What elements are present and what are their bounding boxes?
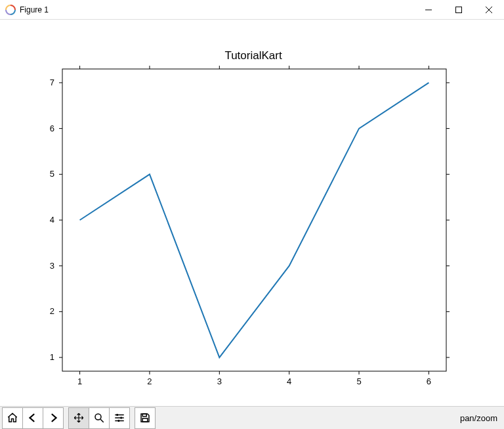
forward-button[interactable] (43, 407, 64, 429)
svg-text:2: 2 (50, 306, 54, 316)
x-ticks: 123456 (77, 66, 431, 386)
back-button[interactable] (22, 407, 43, 429)
minimize-button[interactable] (413, 0, 444, 20)
svg-text:4: 4 (50, 215, 54, 225)
zoom-button[interactable] (89, 407, 110, 429)
status-text: pan/zoom (460, 413, 497, 423)
close-button[interactable] (474, 0, 504, 20)
chart[interactable]: TutorialKart 123456 1234567 (0, 20, 504, 406)
home-button[interactable] (2, 407, 23, 429)
svg-text:3: 3 (50, 261, 54, 271)
y-ticks: 1234567 (50, 78, 450, 362)
svg-text:5: 5 (356, 376, 361, 386)
svg-text:5: 5 (50, 169, 54, 179)
svg-rect-45 (142, 414, 146, 417)
app-icon (5, 5, 16, 15)
configure-button[interactable] (109, 407, 130, 429)
svg-text:7: 7 (50, 78, 54, 87)
svg-rect-43 (121, 417, 122, 419)
svg-rect-46 (142, 418, 148, 422)
svg-text:1: 1 (50, 352, 54, 362)
svg-point-41 (95, 414, 101, 420)
svg-rect-1 (456, 7, 462, 12)
svg-text:3: 3 (217, 376, 222, 386)
svg-text:2: 2 (147, 376, 152, 386)
toolbar: pan/zoom (0, 406, 504, 429)
data-line (80, 83, 429, 357)
svg-rect-44 (118, 420, 119, 422)
svg-text:6: 6 (50, 124, 54, 133)
svg-text:6: 6 (427, 376, 431, 386)
plot-area: TutorialKart 123456 1234567 (0, 20, 504, 406)
svg-text:1: 1 (77, 376, 82, 386)
window-titlebar: Figure 1 (0, 0, 504, 20)
chart-title: TutorialKart (224, 49, 282, 62)
save-button[interactable] (135, 407, 156, 429)
window-title: Figure 1 (20, 5, 49, 14)
pan-button[interactable] (68, 407, 89, 429)
maximize-button[interactable] (444, 0, 474, 20)
svg-rect-42 (117, 414, 118, 416)
svg-text:4: 4 (287, 376, 291, 386)
axes-frame (62, 69, 446, 371)
